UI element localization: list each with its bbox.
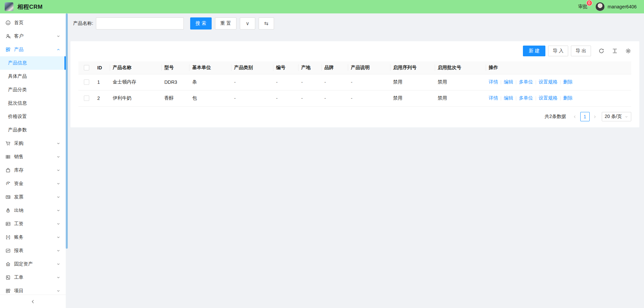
app-header: 相程CRM 审批 0 manager6406 — [0, 0, 644, 13]
cell-id: 2 — [95, 90, 110, 106]
row-density-icon[interactable] — [612, 48, 618, 54]
chevron-down-icon — [56, 262, 60, 266]
sidebar-item-accounting[interactable]: ¥ 账务 — [0, 231, 66, 244]
sidebar-subitem-product-info[interactable]: 产品信息 — [0, 56, 66, 70]
sidebar-item-work-orders[interactable]: 工单 — [0, 271, 66, 284]
approval-link[interactable]: 审批 0 — [578, 4, 588, 10]
sidebar-subitem-price-setting[interactable]: 价格设置 — [0, 110, 66, 123]
cell-category: - — [231, 90, 273, 106]
product-name-input[interactable] — [96, 17, 184, 29]
edit-link[interactable]: 编辑 — [504, 79, 513, 84]
sidebar-collapse-button[interactable] — [0, 295, 66, 308]
sidebar-item-label: 项目 — [14, 288, 56, 294]
sidebar-item-sales[interactable]: 销售 — [0, 150, 66, 164]
cell-batch-enabled: 禁用 — [435, 90, 486, 106]
delete-link[interactable]: 删除 — [563, 79, 573, 84]
edit-link[interactable]: 编辑 — [504, 95, 513, 101]
page-number-button[interactable]: 1 — [580, 112, 590, 121]
sidebar-item-label: 固定资产 — [14, 261, 56, 267]
invoice-icon: ¥ — [5, 194, 11, 200]
sidebar-subitem-label: 产品参数 — [8, 127, 27, 133]
chevron-right-icon — [593, 115, 597, 119]
expand-search-button[interactable]: ∨ — [240, 17, 255, 29]
search-button[interactable]: 搜 索 — [190, 17, 212, 29]
row-checkbox[interactable] — [84, 96, 89, 101]
prev-page-button[interactable] — [572, 112, 578, 121]
chevron-down-icon — [56, 222, 60, 226]
chevron-left-icon — [31, 299, 35, 304]
sidebar-item-label: 工单 — [14, 274, 56, 281]
action-divider — [560, 80, 560, 84]
cell-serial-enabled: 禁用 — [390, 74, 435, 90]
chevron-down-icon — [56, 249, 60, 253]
sidebar-subitem-label: 产品分类 — [8, 87, 27, 93]
sidebar-item-label: 发票 — [14, 194, 56, 200]
row-checkbox[interactable] — [84, 79, 89, 85]
chevron-down-icon — [625, 115, 628, 119]
sidebar-item-label: 客户 — [14, 33, 56, 39]
cell-model: DDR3 — [162, 74, 190, 90]
cell-id: 1 — [95, 74, 110, 90]
sidebar-item-cashier[interactable]: ¥ 出纳 — [0, 204, 66, 217]
new-button[interactable]: 新 建 — [523, 46, 545, 56]
sidebar-item-home[interactable]: 首页 — [0, 16, 66, 29]
sidebar-subitem-specific-product[interactable]: 具体产品 — [0, 70, 66, 83]
approval-label: 审批 — [578, 4, 588, 9]
sidebar-subitem-label: 价格设置 — [8, 114, 27, 120]
sidebar-item-invoices[interactable]: ¥ 发票 — [0, 190, 66, 204]
product-name-label: 产品名称: — [73, 20, 93, 26]
export-button[interactable]: 导 出 — [571, 46, 591, 56]
sidebar-subitem-product-category[interactable]: 产品分类 — [0, 83, 66, 97]
detail-link[interactable]: 详情 — [489, 79, 498, 84]
cart-icon — [5, 141, 11, 146]
header-category: 产品类别 — [231, 61, 273, 74]
sidebar-item-reports[interactable]: 报表 — [0, 244, 66, 257]
action-divider — [560, 96, 560, 101]
sidebar-item-fixed-assets[interactable]: ¥ 固定资产 — [0, 257, 66, 271]
username[interactable]: manager6406 — [608, 4, 637, 9]
cell-base-unit: 包 — [190, 90, 231, 106]
chevron-down-icon — [56, 289, 60, 293]
sidebar-subitem-label: 产品信息 — [8, 60, 27, 66]
sidebar-subitem-batch-info[interactable]: 批次信息 — [0, 97, 66, 110]
id-card-icon — [5, 221, 11, 227]
set-spec-link[interactable]: 设置规格 — [539, 79, 557, 84]
svg-text:¥: ¥ — [7, 209, 9, 212]
multi-unit-link[interactable]: 多单位 — [519, 79, 533, 84]
sidebar-item-funds[interactable]: ¥ 资金 — [0, 177, 66, 190]
import-button[interactable]: 导 入 — [548, 46, 568, 56]
house-yuan-icon: ¥ — [5, 261, 11, 267]
sidebar-item-customers[interactable]: 客户 — [0, 29, 66, 43]
action-divider — [536, 96, 536, 101]
table-header-row: ID 产品名称 型号 基本单位 产品类别 编号 产地 品牌 产品说明 启用序列号… — [78, 61, 631, 74]
refresh-icon[interactable] — [598, 48, 604, 54]
sidebar-item-salary[interactable]: 工资 — [0, 217, 66, 231]
sidebar-item-label: 报表 — [14, 248, 56, 254]
product-table-card: 新 建 导 入 导 出 ID 产品名称 — [70, 41, 639, 127]
sidebar-scrollbar[interactable] — [66, 13, 68, 249]
toggle-layout-button[interactable]: ⇆ — [259, 17, 274, 29]
chevron-down-icon — [56, 235, 60, 239]
cell-description: - — [348, 90, 390, 106]
sidebar-item-label: 资金 — [14, 181, 56, 187]
page-size-select[interactable]: 20 条/页 — [602, 112, 631, 121]
user-avatar[interactable] — [596, 2, 604, 11]
settings-gear-icon[interactable] — [625, 48, 631, 54]
sidebar-item-inventory[interactable]: 库存 — [0, 164, 66, 177]
delete-link[interactable]: 删除 — [563, 95, 573, 101]
sidebar-item-label: 出纳 — [14, 207, 56, 213]
header-checkbox-cell — [78, 61, 95, 74]
cell-product-name: 金士顿内存 — [110, 74, 162, 90]
detail-link[interactable]: 详情 — [489, 95, 498, 101]
select-all-checkbox[interactable] — [84, 65, 89, 70]
sidebar-subitem-product-params[interactable]: 产品参数 — [0, 123, 66, 137]
reset-button[interactable]: 重 置 — [215, 17, 236, 29]
multi-unit-link[interactable]: 多单位 — [519, 95, 533, 101]
funds-cycle-icon: ¥ — [5, 181, 11, 186]
customer-search-icon — [5, 34, 11, 39]
sidebar-item-purchase[interactable]: 采购 — [0, 137, 66, 150]
sidebar-item-products[interactable]: 产品 — [0, 43, 66, 56]
next-page-button[interactable] — [592, 112, 598, 121]
cell-origin: - — [299, 90, 322, 106]
set-spec-link[interactable]: 设置规格 — [539, 95, 557, 101]
